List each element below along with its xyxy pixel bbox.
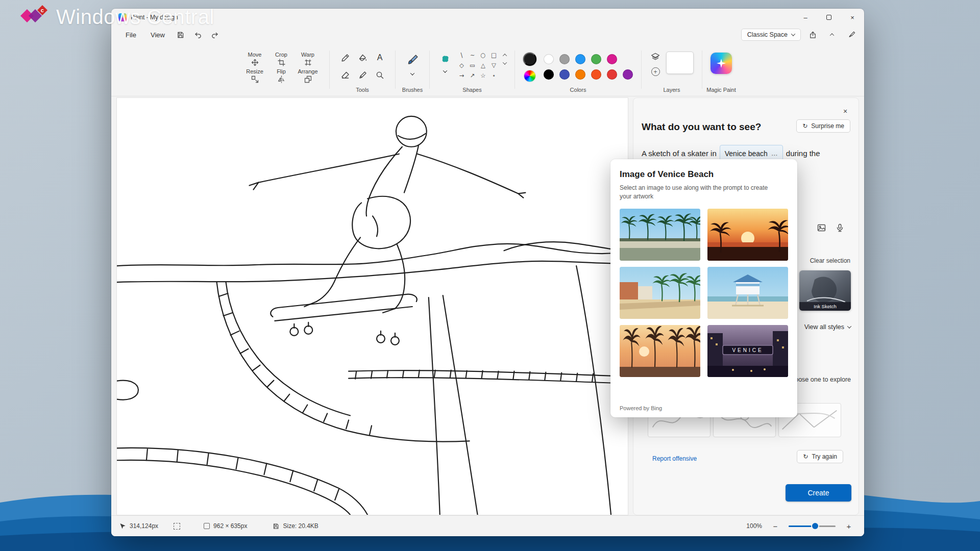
- zoom-slider-thumb[interactable]: [812, 523, 818, 529]
- zoom-slider[interactable]: [789, 525, 836, 527]
- venice-image-grid: VENICE: [620, 209, 788, 377]
- undo-button[interactable]: [190, 28, 206, 42]
- shapes-scroll-up-icon[interactable]: [503, 54, 507, 58]
- fill-tool-button[interactable]: [355, 51, 370, 65]
- redo-button[interactable]: [208, 28, 223, 42]
- move-button[interactable]: Move: [241, 52, 268, 66]
- create-button[interactable]: Create: [786, 484, 851, 502]
- dictate-button[interactable]: [834, 222, 845, 233]
- menu-view[interactable]: View: [144, 29, 171, 41]
- maximize-icon: [826, 15, 831, 20]
- venice-image-boardwalk[interactable]: [620, 267, 700, 319]
- style-thumbnail[interactable]: Ink Sketch: [799, 270, 851, 311]
- panel-close-button[interactable]: ×: [838, 104, 852, 118]
- color-swatch-pink[interactable]: [607, 54, 617, 64]
- shape-arrow[interactable]: →: [457, 71, 466, 80]
- shape-triangle[interactable]: △: [479, 61, 487, 69]
- shape-triangle-down[interactable]: ▽: [489, 61, 498, 69]
- venice-image-golden-palms[interactable]: [620, 325, 700, 377]
- photo-icon: [817, 223, 826, 232]
- shape-arrow-diagonal[interactable]: ↗: [468, 71, 477, 80]
- brushes-chevron-icon[interactable]: [410, 71, 414, 75]
- crop-button[interactable]: Crop: [268, 52, 295, 66]
- venice-image-sign[interactable]: VENICE: [707, 325, 788, 377]
- undo-icon: [194, 31, 202, 39]
- color-swatch-white[interactable]: [544, 54, 554, 64]
- marker-tool-button[interactable]: [355, 68, 370, 82]
- color-wheel-button[interactable]: [524, 70, 535, 82]
- marker-icon: [358, 71, 367, 80]
- layer-thumbnail[interactable]: [666, 52, 694, 74]
- zoom-in-button[interactable]: +: [844, 522, 854, 531]
- color-swatch-blue[interactable]: [575, 54, 585, 64]
- shape-line[interactable]: \: [457, 51, 466, 59]
- shape-curve[interactable]: ∼: [468, 51, 477, 59]
- view-all-styles-button[interactable]: View all styles: [804, 323, 851, 331]
- color-swatch-gray[interactable]: [559, 54, 570, 64]
- magnifier-tool-button[interactable]: [373, 68, 387, 82]
- shape-style-chevron-icon[interactable]: [443, 68, 447, 72]
- drawing-canvas[interactable]: [116, 97, 628, 515]
- layers-button[interactable]: [650, 52, 661, 63]
- appearance-button[interactable]: [844, 28, 859, 42]
- add-layer-button[interactable]: +: [651, 67, 660, 76]
- resize-button[interactable]: Resize: [241, 68, 268, 83]
- color-swatch-orange[interactable]: [575, 69, 585, 80]
- zoom-slider-fill: [789, 525, 812, 527]
- shape-style-button[interactable]: [438, 52, 452, 66]
- panel-heading: What do you want to see?: [642, 121, 761, 133]
- sparkle-icon: [717, 59, 726, 68]
- pencil-tool-button[interactable]: [338, 51, 352, 65]
- color-swatch-indigo[interactable]: [559, 69, 570, 80]
- resize-icon: [251, 76, 259, 83]
- surprise-me-button[interactable]: ↻ Surprise me: [796, 119, 850, 133]
- magic-paint-section-label: Magic Paint: [703, 87, 739, 93]
- menu-file[interactable]: File: [119, 29, 142, 41]
- crop-icon: [278, 59, 285, 66]
- venice-image-walkway[interactable]: [620, 209, 700, 261]
- shape-rounded-rectangle[interactable]: ▭: [468, 61, 477, 69]
- shape-star[interactable]: ☆: [479, 71, 487, 80]
- maximize-button[interactable]: [817, 9, 841, 26]
- minimize-button[interactable]: –: [794, 9, 817, 26]
- venice-image-sunset[interactable]: [707, 209, 788, 261]
- redo-icon: [211, 31, 219, 39]
- magic-paint-button[interactable]: [710, 48, 732, 74]
- ribbon-divider: [641, 51, 642, 89]
- shape-rectangle[interactable]: □: [489, 51, 498, 59]
- add-image-button[interactable]: [816, 222, 827, 233]
- arrange-button[interactable]: Arrange: [295, 68, 321, 83]
- paintbrush-icon: [848, 31, 855, 39]
- color-swatch-deep-orange[interactable]: [591, 69, 601, 80]
- try-again-button[interactable]: ↻ Try again: [797, 450, 843, 463]
- layers-section: + Layers: [643, 43, 701, 96]
- color-swatch-black[interactable]: [544, 69, 554, 80]
- shapes-grid: \ ∼ ○ □ ◇ ▭ △ ▽ → ↗ ☆ ⋆: [457, 51, 498, 80]
- flip-button[interactable]: Flip: [268, 68, 295, 83]
- color-swatch-purple[interactable]: [623, 69, 633, 80]
- zoom-out-button[interactable]: −: [770, 522, 780, 531]
- color-swatch-green[interactable]: [591, 54, 601, 64]
- cursor-position-group: 314,124px: [119, 522, 158, 530]
- brushes-button[interactable]: [404, 52, 421, 69]
- warp-button[interactable]: Warp: [295, 52, 321, 66]
- titlebar: Paint - My design – ×: [111, 9, 864, 26]
- close-button[interactable]: ×: [841, 9, 864, 26]
- save-icon: [177, 31, 184, 39]
- shape-diamond[interactable]: ◇: [457, 61, 466, 69]
- color-swatch-red[interactable]: [607, 69, 617, 80]
- report-offensive-link[interactable]: Report offensive: [652, 455, 697, 462]
- current-color-swatch[interactable]: [523, 53, 536, 66]
- shape-oval[interactable]: ○: [479, 51, 487, 59]
- shapes-scroll-down-icon[interactable]: [503, 60, 507, 64]
- venice-image-lifeguard-tower[interactable]: [707, 267, 788, 319]
- clear-selection-button[interactable]: Clear selection: [810, 257, 850, 264]
- text-tool-button[interactable]: A: [373, 51, 387, 65]
- shape-star-alt[interactable]: ⋆: [489, 71, 498, 80]
- save-button[interactable]: [173, 28, 188, 42]
- share-button[interactable]: [805, 28, 820, 42]
- collapse-ribbon-button[interactable]: [824, 28, 840, 42]
- flip-icon: [278, 76, 285, 83]
- eraser-tool-button[interactable]: [338, 68, 352, 82]
- style-selector-dropdown[interactable]: Classic Space: [741, 29, 801, 41]
